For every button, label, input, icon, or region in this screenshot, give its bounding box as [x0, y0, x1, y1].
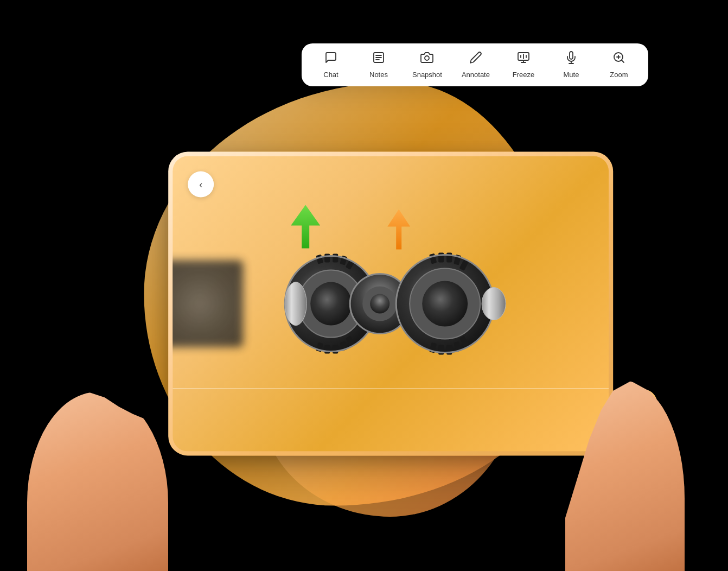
zoom-label: Zoom	[610, 71, 628, 79]
svg-point-20	[310, 282, 352, 326]
snapshot-label: Snapshot	[412, 71, 442, 79]
tool-snapshot[interactable]: Snapshot	[412, 51, 442, 79]
main-scene: Chat Notes Snapshot	[0, 0, 728, 571]
freeze-label: Freeze	[513, 71, 534, 79]
mute-icon	[565, 51, 578, 66]
tablet-frame: ‹ HD	[168, 152, 613, 456]
svg-rect-23	[333, 254, 338, 263]
back-button[interactable]: ‹	[188, 172, 214, 198]
tablet-screen: ‹ HD	[173, 156, 609, 452]
tool-zoom[interactable]: Zoom	[605, 51, 633, 79]
tool-notes[interactable]: Notes	[365, 51, 393, 79]
svg-point-35	[370, 294, 389, 314]
svg-rect-26	[324, 345, 330, 354]
chat-icon	[324, 51, 337, 66]
blurred-gear-background	[173, 261, 243, 347]
svg-marker-57	[387, 210, 410, 250]
gear-display-area	[173, 156, 609, 452]
green-annotation-arrow	[286, 200, 324, 256]
freeze-icon	[517, 51, 530, 66]
annotate-icon	[469, 51, 482, 66]
screen-divider-line	[173, 388, 609, 389]
notes-label: Notes	[369, 71, 388, 79]
top-toolbar: Chat Notes Snapshot	[302, 43, 648, 86]
notes-icon	[372, 51, 385, 66]
svg-line-14	[622, 60, 624, 62]
mute-label: Mute	[564, 71, 579, 79]
snapshot-icon	[420, 51, 433, 66]
zoom-icon	[612, 51, 625, 66]
svg-marker-56	[291, 205, 320, 249]
svg-point-39	[422, 281, 468, 327]
svg-rect-28	[333, 345, 338, 354]
svg-rect-21	[324, 254, 330, 263]
svg-point-4	[425, 56, 429, 60]
tool-chat[interactable]: Chat	[317, 51, 345, 79]
tool-freeze[interactable]: Freeze	[509, 51, 538, 79]
left-hand	[27, 392, 168, 571]
back-chevron-icon: ‹	[199, 180, 202, 189]
orange-annotation-arrow	[384, 205, 414, 256]
tool-annotate[interactable]: Annotate	[462, 51, 490, 79]
chat-label: Chat	[323, 71, 338, 79]
annotate-label: Annotate	[462, 71, 490, 79]
tool-mute[interactable]: Mute	[557, 51, 585, 79]
background-blob-small	[628, 389, 657, 419]
